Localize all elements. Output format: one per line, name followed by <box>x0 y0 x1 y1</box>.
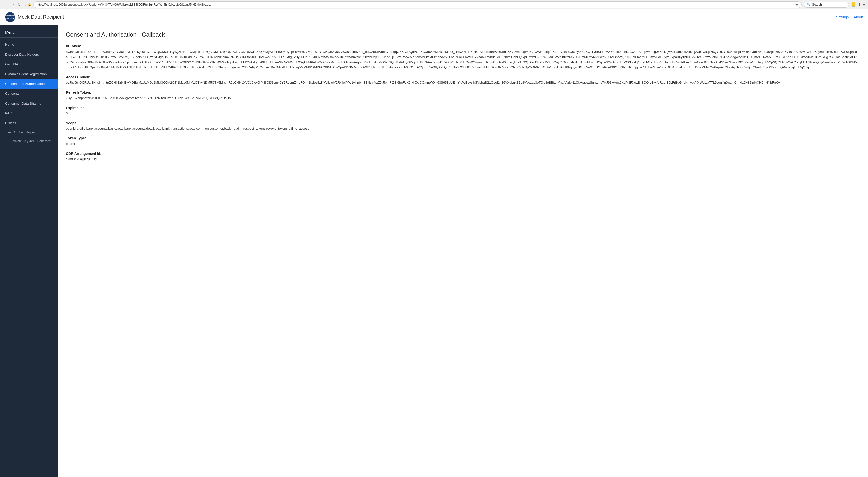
bookmark-button[interactable]: ★ <box>795 2 799 6</box>
sidebar-item-consents[interactable]: Consents <box>0 89 58 98</box>
settings-link[interactable]: Settings <box>836 15 849 19</box>
refresh-token-label: Refresh Token: <box>66 90 860 94</box>
token-type-value: bearer <box>66 141 860 147</box>
sidebar: Menu Home Discover Data Holders Get SSA … <box>0 25 58 477</box>
scope-label: Scope: <box>66 121 860 125</box>
browser-chrome: ← → ↻ 🛡 🔒 https://localhost:9001/consent… <box>0 0 868 9</box>
access-token-value: eyJhbGciOiJRUzI1NiIsImtmtpZCl6ljEzNjEwMD… <box>66 80 860 85</box>
search-icon: 🔍 <box>807 3 811 6</box>
sidebar-item-discover-data-holders[interactable]: Discover Data Holders <box>0 50 58 59</box>
download-button[interactable]: ⬇ <box>858 2 861 7</box>
sidebar-menu-label: Menu <box>0 30 58 38</box>
sidebar-item-par[interactable]: PAR <box>0 108 58 118</box>
sidebar-item-home[interactable]: Home <box>0 40 58 50</box>
page-title: Consent and Authorisation - Callback <box>66 31 860 38</box>
refresh-token-value: 7UyE67enpnMzkWDEKXtUZDeXurGAbSgVAffD2apA… <box>66 95 860 101</box>
access-token-field: Access Token: eyJhbGciOiJRUzI1NiIsImtmtp… <box>66 75 860 85</box>
forward-button[interactable]: → <box>9 2 16 7</box>
back-button[interactable]: ← <box>2 2 8 7</box>
access-token-label: Access Token: <box>66 75 860 79</box>
id-token-field: Id Token: eyJhbGciOiJSU0EtT0FFUCIsImVuYy… <box>66 44 860 70</box>
sidebar-item-get-ssa[interactable]: Get SSA <box>0 59 58 69</box>
sidebar-item-utilities[interactable]: Utilities <box>0 118 58 128</box>
shield-icon: 🛡 <box>24 3 27 6</box>
layout: Menu Home Discover Data Holders Get SSA … <box>0 25 868 477</box>
sidebar-item-id-token-helper[interactable]: — ID Token Helper <box>0 128 58 137</box>
cdr-arrangement-id-value: c7mf3n75ajjjteq461ig <box>66 156 860 162</box>
nav-buttons: ← → ↻ <box>2 2 22 7</box>
main-content: Consent and Authorisation - Callback Id … <box>58 25 868 477</box>
search-bar[interactable]: 🔍 Search <box>804 1 849 7</box>
logo-area: ConsumerData Right Mock Data Recipient <box>5 12 64 22</box>
logo-text: ConsumerData Right <box>5 14 15 19</box>
expires-in-value: 600 <box>66 111 860 116</box>
scope-value: openid profile bank:accounts.basic:read … <box>66 126 860 131</box>
cdr-arrangement-id-label: CDR Arrangement Id: <box>66 152 860 155</box>
about-link[interactable]: About <box>854 15 863 19</box>
header-nav: Settings About <box>836 15 863 19</box>
logo-icon: ConsumerData Right <box>5 12 15 22</box>
id-token-value: eyJhbGciOiJSU0EtT0FFUCIsImVuYyI6IkEyNTZH… <box>66 49 860 70</box>
sidebar-item-dynamic-client-registration[interactable]: Dynamic Client Registration <box>0 69 58 79</box>
expires-in-field: Expires In: 600 <box>66 106 860 116</box>
refresh-token-field: Refresh Token: 7UyE67enpnMzkWDEKXtUZDeXu… <box>66 90 860 101</box>
reload-button[interactable]: ↻ <box>17 2 22 7</box>
menu-button[interactable]: ≡ <box>863 2 866 7</box>
token-type-label: Token Type: <box>66 136 860 140</box>
id-token-label: Id Token: <box>66 44 860 48</box>
scope-field: Scope: openid profile bank:accounts.basi… <box>66 121 860 131</box>
cdr-arrangement-id-field: CDR Arrangement Id: c7mf3n75ajjjteq461ig <box>66 152 860 162</box>
address-bar[interactable]: https://localhost:9001/consent/callback?… <box>33 1 802 8</box>
sidebar-item-consumer-data-sharing[interactable]: Consumer Data Sharing <box>0 98 58 108</box>
search-label: Search <box>812 3 822 6</box>
security-icons: 🛡 🔒 <box>24 3 31 6</box>
app-title: Mock Data Recipient <box>18 14 64 20</box>
token-type-field: Token Type: bearer <box>66 136 860 147</box>
url-text: https://localhost:9001/consent/callback?… <box>37 3 794 6</box>
app-header: ConsumerData Right Mock Data Recipient S… <box>0 9 868 25</box>
sidebar-item-private-key-jwt-generator[interactable]: — Private Key JWT Generator <box>0 137 58 146</box>
browser-action-buttons: 📒 ⬇ ≡ <box>851 2 866 7</box>
pocket-button[interactable]: 📒 <box>851 2 856 7</box>
lock-icon: 🔒 <box>28 3 31 6</box>
expires-in-label: Expires In: <box>66 106 860 110</box>
sidebar-item-consent-and-authorisation[interactable]: Consent and Authorisation <box>0 79 58 89</box>
